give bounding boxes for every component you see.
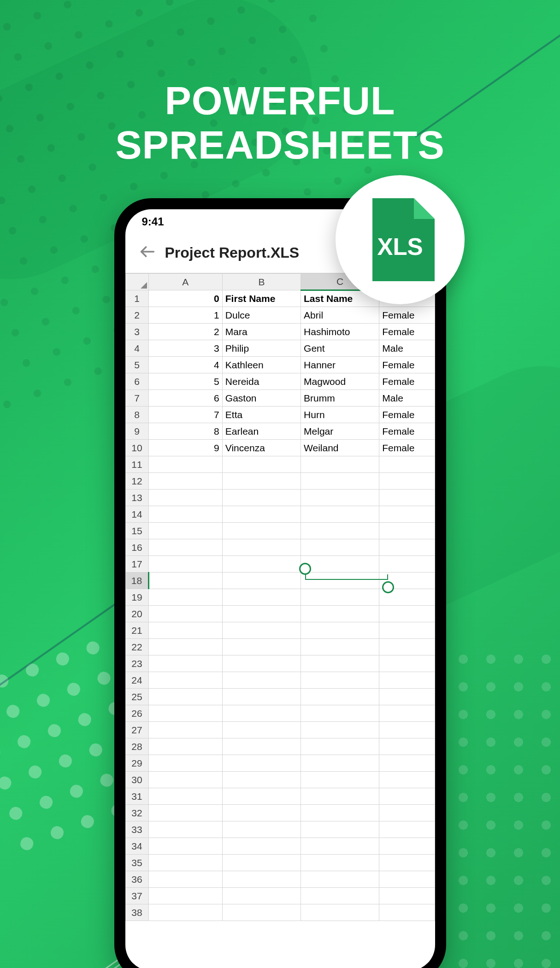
cell[interactable] [301,738,379,755]
cell[interactable]: 4 [148,357,222,373]
cell[interactable] [379,805,435,821]
cell[interactable] [301,788,379,805]
cell[interactable] [148,573,222,589]
cell[interactable] [301,573,379,589]
cell[interactable] [379,655,435,672]
select-all-corner[interactable] [125,274,148,290]
row-header[interactable]: 33 [125,821,148,838]
row-header[interactable]: 22 [125,639,148,655]
row-header[interactable]: 25 [125,689,148,705]
row-header[interactable]: 31 [125,788,148,805]
cell[interactable]: Magwood [301,373,379,390]
cell[interactable] [222,556,301,573]
row-header[interactable]: 18 [125,573,148,589]
cell[interactable]: Dulce [222,307,301,324]
row-header[interactable]: 19 [125,589,148,606]
cell[interactable] [379,821,435,838]
table-row[interactable]: 35 [125,855,435,871]
cell[interactable]: First Name [222,290,301,307]
cell[interactable] [148,539,222,556]
cell[interactable]: Gent [301,340,379,357]
cell[interactable] [301,855,379,871]
table-row[interactable]: 27 [125,722,435,738]
cell[interactable] [379,705,435,722]
cell[interactable] [222,838,301,855]
cell[interactable] [301,838,379,855]
cell[interactable]: Hurn [301,407,379,423]
cell[interactable] [379,456,435,473]
table-row[interactable]: 98EarleanMelgarFemale [125,423,435,440]
table-row[interactable]: 30 [125,772,435,788]
table-row[interactable]: 11 [125,456,435,473]
row-header[interactable]: 12 [125,473,148,490]
cell[interactable] [379,606,435,622]
cell[interactable]: Male [379,390,435,407]
table-row[interactable]: 13 [125,490,435,506]
cell[interactable] [148,639,222,655]
cell[interactable] [379,772,435,788]
table-row[interactable]: 20 [125,606,435,622]
cell[interactable] [148,838,222,855]
cell[interactable]: Mara [222,324,301,340]
cell[interactable] [148,904,222,921]
table-row[interactable]: 37 [125,888,435,904]
cell[interactable] [301,523,379,539]
cell[interactable]: 2 [148,324,222,340]
row-header[interactable]: 21 [125,622,148,639]
cell[interactable] [222,821,301,838]
cell[interactable] [301,821,379,838]
cell[interactable] [148,655,222,672]
cell[interactable]: Kathleen [222,357,301,373]
cell[interactable]: 1 [148,307,222,324]
cell[interactable] [222,639,301,655]
table-row[interactable]: 65NereidaMagwoodFemale [125,373,435,390]
cell[interactable] [301,589,379,606]
table-row[interactable]: 28 [125,738,435,755]
cell[interactable] [379,755,435,772]
row-header[interactable]: 14 [125,506,148,523]
cell[interactable] [222,622,301,639]
row-header[interactable]: 13 [125,490,148,506]
cell[interactable]: Male [379,340,435,357]
cell[interactable] [222,855,301,871]
table-row[interactable]: 23 [125,655,435,672]
cell[interactable] [379,855,435,871]
cell[interactable] [379,589,435,606]
cell[interactable] [222,772,301,788]
cell[interactable]: Female [379,440,435,456]
row-header[interactable]: 28 [125,738,148,755]
cell[interactable] [222,805,301,821]
cell[interactable] [148,888,222,904]
table-row[interactable]: 33 [125,821,435,838]
col-header-A[interactable]: A [148,274,222,290]
cell[interactable]: Vincenza [222,440,301,456]
row-header[interactable]: 29 [125,755,148,772]
table-row[interactable]: 32MaraHashimotoFemale [125,324,435,340]
cell[interactable] [379,622,435,639]
cell[interactable] [301,606,379,622]
table-row[interactable]: 38 [125,904,435,921]
table-row[interactable]: 25 [125,689,435,705]
table-row[interactable]: 26 [125,705,435,722]
cell[interactable]: Brumm [301,390,379,407]
table-row[interactable]: 17 [125,556,435,573]
cell[interactable]: Female [379,407,435,423]
cell[interactable] [301,490,379,506]
cell[interactable] [148,490,222,506]
row-header[interactable]: 26 [125,705,148,722]
row-header[interactable]: 30 [125,772,148,788]
cell[interactable] [379,573,435,589]
cell[interactable] [222,473,301,490]
cell[interactable] [148,606,222,622]
cell[interactable] [222,539,301,556]
row-header[interactable]: 38 [125,904,148,921]
cell[interactable] [148,805,222,821]
cell[interactable] [222,672,301,689]
cell[interactable] [301,639,379,655]
cell[interactable] [301,506,379,523]
cell[interactable] [148,506,222,523]
cell[interactable] [148,855,222,871]
cell[interactable] [379,556,435,573]
cell[interactable] [301,672,379,689]
table-row[interactable]: 36 [125,871,435,888]
